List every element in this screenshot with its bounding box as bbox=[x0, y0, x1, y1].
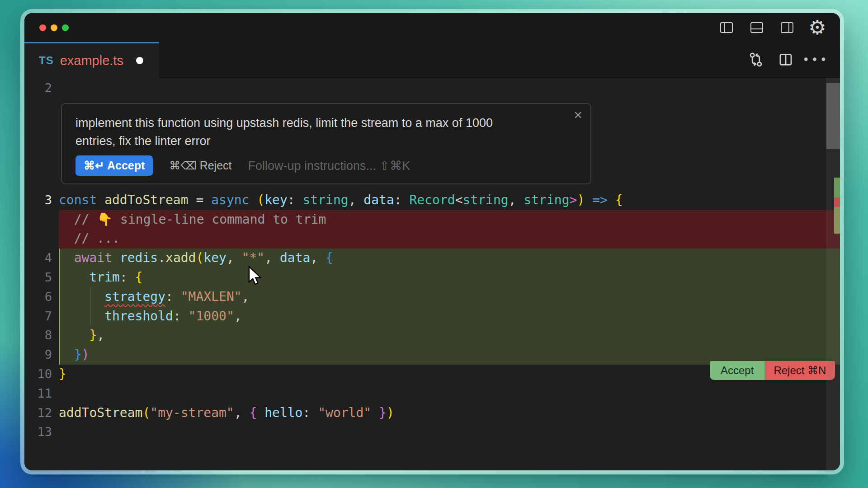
code-line[interactable]: 3const addToStream = async (key: string,… bbox=[24, 191, 840, 210]
line-number[interactable] bbox=[24, 229, 59, 249]
line-number[interactable]: 8 bbox=[24, 326, 59, 345]
zoom-window-button[interactable] bbox=[62, 24, 69, 31]
code-line[interactable]: 4 await redis.xadd(key, "*", data, { bbox=[24, 249, 840, 268]
code-line[interactable]: 7 threshold: "1000", bbox=[24, 307, 840, 326]
compare-changes-icon[interactable] bbox=[747, 51, 765, 69]
code-text[interactable]: // 👇 single-line command to trim bbox=[59, 210, 840, 230]
code-line[interactable]: 2 bbox=[24, 79, 840, 98]
desktop: { "colors": { "accent_blue": "#2f7ce5", … bbox=[0, 0, 868, 488]
code-text[interactable] bbox=[59, 422, 840, 442]
tab-bar: TS example.ts •• bbox=[24, 42, 840, 78]
minimize-window-button[interactable] bbox=[51, 24, 57, 31]
editor-window: ⚙ TS example.ts bbox=[24, 13, 840, 470]
code-text[interactable]: }, bbox=[59, 326, 840, 345]
prompt-actions: ⌘↵ Accept ⌘⌫ Reject Follow-up instructio… bbox=[75, 155, 577, 176]
line-number[interactable]: 12 bbox=[24, 404, 59, 423]
traffic-lights bbox=[39, 24, 69, 31]
code-text[interactable]: trim: { bbox=[59, 268, 840, 287]
line-number[interactable]: 3 bbox=[24, 191, 59, 210]
overview-ruler-deleted-mark bbox=[834, 197, 840, 207]
unsaved-changes-dot[interactable] bbox=[136, 57, 143, 64]
typescript-file-icon: TS bbox=[39, 54, 54, 67]
code-text[interactable] bbox=[59, 79, 840, 98]
line-number[interactable]: 13 bbox=[24, 422, 59, 442]
code-line[interactable]: // 👇 single-line command to trim bbox=[24, 210, 840, 230]
prompt-text-line-2: entries, fix the linter error bbox=[75, 132, 577, 150]
more-actions-glyph: ••• bbox=[802, 53, 829, 66]
diff-action-buttons: Accept Reject ⌘N bbox=[710, 361, 835, 380]
code-line[interactable]: // ... bbox=[24, 229, 840, 249]
split-editor-icon[interactable] bbox=[777, 51, 795, 69]
code-line[interactable]: 12addToStream("my-stream", { hello: "wor… bbox=[24, 404, 840, 423]
line-number[interactable]: 5 bbox=[24, 268, 59, 287]
code-text[interactable]: addToStream("my-stream", { hello: "world… bbox=[59, 404, 840, 423]
editor-actions: ••• bbox=[159, 42, 840, 78]
titlebar-icons: ⚙ bbox=[717, 19, 826, 37]
code-text[interactable]: await redis.xadd(key, "*", data, { bbox=[59, 249, 840, 268]
overview-ruler-added-mark bbox=[834, 178, 840, 197]
prompt-reject-button[interactable]: ⌘⌫ Reject bbox=[169, 159, 231, 172]
line-number[interactable]: 7 bbox=[24, 307, 59, 326]
rows-top: 2 bbox=[24, 79, 840, 98]
layout-sidebar-left-icon[interactable] bbox=[717, 19, 736, 37]
code-area: 2 × implement this function using upstas… bbox=[24, 78, 840, 470]
line-number[interactable]: 2 bbox=[24, 79, 59, 98]
line-number[interactable]: 4 bbox=[24, 249, 59, 268]
indent-guide bbox=[90, 307, 91, 326]
close-icon[interactable]: × bbox=[574, 108, 582, 122]
code-text[interactable]: // ... bbox=[59, 229, 840, 249]
rows-bottom: 3const addToStream = async (key: string,… bbox=[24, 191, 840, 442]
gear-glyph: ⚙ bbox=[808, 19, 826, 37]
line-number[interactable]: 10 bbox=[24, 365, 59, 384]
code-text[interactable] bbox=[59, 384, 840, 404]
layout-sidebar-right-icon[interactable] bbox=[778, 19, 796, 37]
line-number[interactable]: 11 bbox=[24, 384, 59, 404]
tab-example-ts[interactable]: TS example.ts bbox=[24, 42, 159, 78]
scrollbar-thumb[interactable] bbox=[826, 83, 840, 149]
titlebar: ⚙ bbox=[24, 13, 840, 42]
code-line[interactable]: 11 bbox=[24, 384, 840, 404]
inline-prompt-widget: × implement this function using upstash … bbox=[61, 103, 591, 184]
app-window-frame: ⚙ TS example.ts bbox=[20, 9, 844, 474]
more-actions-icon[interactable]: ••• bbox=[807, 51, 825, 69]
diff-accept-button[interactable]: Accept bbox=[710, 361, 764, 380]
code-text[interactable]: const addToStream = async (key: string, … bbox=[59, 191, 840, 210]
tab-filename: example.ts bbox=[60, 53, 123, 68]
gear-icon[interactable]: ⚙ bbox=[808, 19, 826, 37]
code-line[interactable]: 13 bbox=[24, 422, 840, 442]
followup-instructions-input[interactable]: Follow-up instructions... ⇧⌘K bbox=[248, 159, 410, 173]
diff-reject-button[interactable]: Reject ⌘N bbox=[764, 361, 835, 380]
code-text[interactable]: threshold: "1000", bbox=[59, 307, 840, 326]
indent-guide bbox=[90, 287, 91, 307]
code-line[interactable]: 8 }, bbox=[24, 326, 840, 345]
line-number[interactable]: 9 bbox=[24, 345, 59, 365]
line-number[interactable] bbox=[24, 210, 59, 230]
overview-ruler-modified-mark bbox=[834, 207, 840, 234]
mouse-cursor bbox=[248, 266, 263, 288]
prompt-text-line-1: implement this function using upstash re… bbox=[75, 114, 577, 132]
code-line[interactable]: 6 strategy: "MAXLEN", bbox=[24, 287, 840, 307]
scrollbar-track[interactable] bbox=[826, 78, 840, 470]
layout-panel-icon[interactable] bbox=[748, 19, 766, 37]
close-window-button[interactable] bbox=[39, 24, 46, 31]
prompt-accept-button[interactable]: ⌘↵ Accept bbox=[75, 155, 153, 176]
line-number[interactable]: 6 bbox=[24, 287, 59, 307]
editor-pane[interactable]: 2 × implement this function using upstas… bbox=[24, 78, 840, 470]
code-line[interactable]: 5 trim: { bbox=[24, 268, 840, 287]
code-text[interactable]: strategy: "MAXLEN", bbox=[59, 287, 840, 307]
